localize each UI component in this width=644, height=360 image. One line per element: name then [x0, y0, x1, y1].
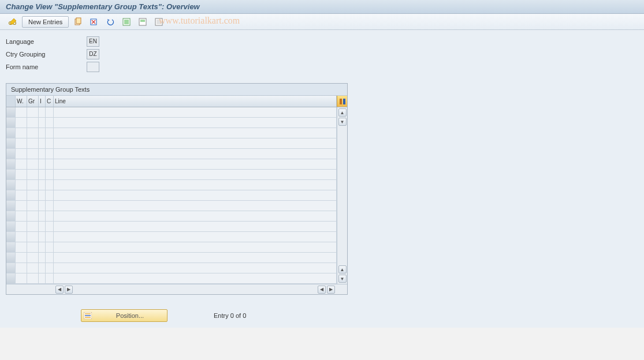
row-selector[interactable]: [6, 170, 16, 179]
page-title: Change View "Supplementary Group Texts":…: [6, 2, 200, 11]
table-row[interactable]: [6, 170, 337, 180]
scroll-up-button-bottom[interactable]: ▲: [338, 265, 347, 273]
table-row[interactable]: [6, 138, 337, 149]
svg-rect-15: [343, 99, 345, 104]
column-row-selector[interactable]: [6, 96, 16, 107]
table-row[interactable]: [6, 190, 337, 201]
table-title: Supplementary Group Texts: [6, 84, 347, 96]
table-settings-button[interactable]: [337, 96, 347, 107]
title-bar: Change View "Supplementary Group Texts":…: [0, 0, 644, 14]
scroll-left-button[interactable]: ◀: [55, 286, 64, 294]
form-name-field[interactable]: [87, 62, 99, 72]
row-selector[interactable]: [6, 107, 16, 117]
row-selector[interactable]: [6, 128, 16, 138]
position-button[interactable]: Position...: [81, 309, 167, 322]
column-w[interactable]: W.: [16, 96, 27, 107]
svg-rect-9: [124, 20, 129, 24]
row-selector[interactable]: [6, 190, 16, 200]
svg-rect-18: [85, 315, 91, 316]
grid-header: W. Gr I C Line: [6, 96, 347, 107]
deselect-all-button[interactable]: [152, 16, 166, 28]
table-row[interactable]: [6, 253, 337, 263]
ctry-grouping-field[interactable]: DZ: [87, 49, 99, 59]
row-selector[interactable]: [6, 138, 16, 148]
column-gr[interactable]: Gr: [27, 96, 39, 107]
row-selector[interactable]: [6, 263, 16, 273]
scroll-down-button-bottom[interactable]: ▼: [338, 275, 347, 283]
new-entries-label: New Entries: [28, 18, 62, 25]
scroll-down-button[interactable]: ▼: [338, 118, 347, 126]
deselect-icon: [154, 17, 163, 27]
scroll-up-button[interactable]: ▲: [338, 108, 347, 117]
row-selector[interactable]: [6, 242, 16, 252]
select-block-button[interactable]: [136, 16, 150, 28]
language-label: Language: [6, 38, 87, 45]
form-name-label: Form name: [6, 63, 87, 70]
table-row[interactable]: [6, 201, 337, 211]
svg-rect-14: [340, 99, 342, 104]
select-all-button[interactable]: [120, 16, 133, 28]
column-line[interactable]: Line: [54, 96, 337, 107]
row-selector[interactable]: [6, 180, 16, 190]
watermark-text: www.tutorialkart.com: [159, 16, 240, 26]
table-config-icon: [339, 98, 346, 105]
copy-icon: [73, 17, 83, 27]
svg-rect-4: [76, 18, 81, 24]
select-block-icon: [138, 17, 147, 27]
footer-area: Position... Entry 0 of 0: [6, 309, 638, 322]
scroll-left-button-end[interactable]: ◀: [318, 286, 326, 294]
select-all-icon: [122, 17, 131, 27]
table-row[interactable]: [6, 273, 337, 284]
position-label: Position...: [95, 312, 165, 319]
row-selector[interactable]: [6, 201, 16, 211]
table-panel: Supplementary Group Texts W. Gr I C Line: [6, 83, 348, 295]
entry-count-text: Entry 0 of 0: [214, 312, 246, 319]
pencil-glasses-icon: [8, 17, 17, 27]
row-selector[interactable]: [6, 211, 16, 221]
ctry-grouping-label: Ctry Grouping: [6, 51, 87, 58]
application-toolbar: New Entries: [0, 14, 644, 30]
new-entries-button[interactable]: New Entries: [22, 16, 69, 28]
table-row[interactable]: [6, 107, 337, 118]
table-row[interactable]: [6, 263, 337, 273]
table-row[interactable]: [6, 180, 337, 190]
column-i[interactable]: I: [39, 96, 46, 107]
svg-rect-19: [85, 317, 91, 318]
row-selector[interactable]: [6, 253, 16, 262]
row-selector[interactable]: [6, 273, 16, 283]
row-selector[interactable]: [6, 159, 16, 169]
column-c[interactable]: C: [46, 96, 54, 107]
scroll-right-button[interactable]: ▶: [65, 286, 73, 294]
form-row-ctry-grouping: Ctry Grouping DZ: [6, 48, 638, 60]
form-row-language: Language EN: [6, 36, 638, 47]
toggle-display-change-button[interactable]: [6, 16, 20, 28]
scroll-right-button-end[interactable]: ▶: [327, 286, 335, 294]
row-selector[interactable]: [6, 232, 16, 242]
table-row[interactable]: [6, 118, 337, 128]
vertical-scrollbar[interactable]: ▲ ▼ ▲ ▼: [337, 107, 347, 284]
svg-rect-17: [85, 313, 91, 314]
undo-button[interactable]: [103, 16, 117, 28]
table-row[interactable]: [6, 211, 337, 222]
copy-as-button[interactable]: [71, 16, 85, 28]
table-row[interactable]: [6, 222, 337, 232]
delete-icon: [90, 17, 99, 27]
position-icon: [84, 312, 92, 319]
table-row[interactable]: [6, 159, 337, 170]
svg-rect-11: [140, 20, 145, 22]
delete-button[interactable]: [87, 16, 101, 28]
horizontal-scrollbar[interactable]: ◀ ▶ ◀ ▶: [6, 284, 347, 294]
row-selector[interactable]: [6, 149, 16, 159]
svg-rect-13: [157, 20, 161, 24]
form-row-form-name: Form name: [6, 61, 638, 73]
grid-rows: [6, 107, 337, 284]
undo-icon: [106, 17, 115, 27]
row-selector[interactable]: [6, 118, 16, 127]
content-area: Language EN Ctry Grouping DZ Form name S…: [0, 30, 644, 328]
table-row[interactable]: [6, 232, 337, 242]
table-row[interactable]: [6, 128, 337, 138]
table-row[interactable]: [6, 242, 337, 253]
language-field[interactable]: EN: [87, 36, 99, 47]
table-row[interactable]: [6, 149, 337, 159]
row-selector[interactable]: [6, 222, 16, 231]
